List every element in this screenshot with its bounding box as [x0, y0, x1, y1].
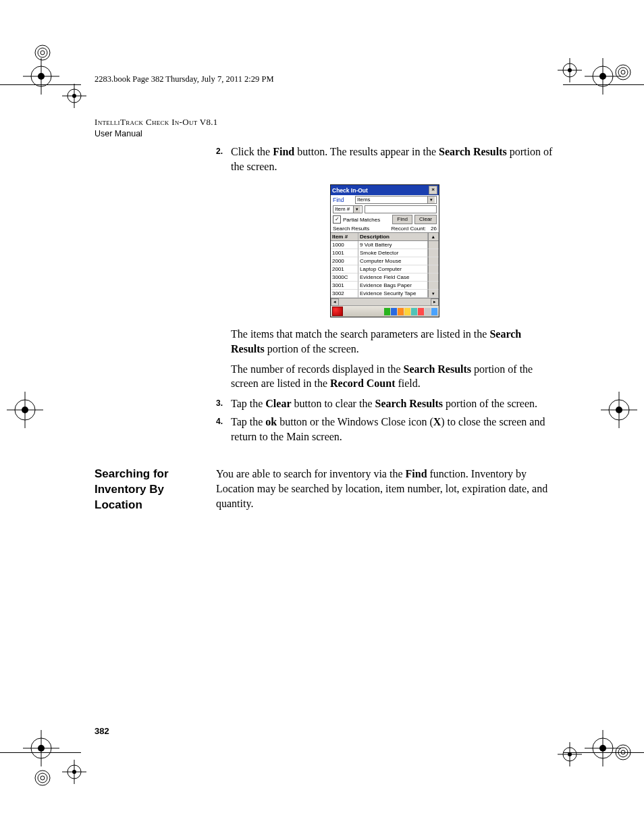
window-titlebar: Check In-Out × [331, 185, 439, 195]
cell-description: Evidence Bags Paper [358, 282, 428, 290]
cell-description: Laptop Computer [358, 265, 428, 273]
step-2-text: Click the Find button. The results appea… [231, 145, 554, 174]
instruction-list-upper: 2. Click the Find button. The results ap… [216, 145, 554, 174]
step-3: 3. Tap the Clear button to clear the Sea… [216, 396, 554, 411]
scroll-right-icon[interactable]: ▸ [431, 298, 439, 306]
close-icon[interactable]: × [429, 186, 437, 194]
system-tray [384, 308, 437, 315]
table-row[interactable]: 2001Laptop Computer [331, 265, 439, 273]
cell-item: 3001 [331, 282, 358, 290]
tray-icon[interactable] [425, 308, 431, 315]
scroll-left-icon[interactable]: ◂ [331, 298, 339, 306]
scroll-down-icon[interactable]: ▾ [428, 290, 439, 298]
cell-item: 3002 [331, 290, 358, 298]
table-row[interactable]: 3001Evidence Bags Paper [331, 282, 439, 290]
svg-point-39 [38, 773, 47, 783]
svg-point-21 [621, 70, 625, 74]
chevron-down-icon: ▾ [427, 197, 435, 203]
start-icon[interactable] [332, 307, 343, 316]
scrollbar-track[interactable] [428, 273, 439, 282]
scrollbar-track[interactable] [428, 249, 439, 257]
svg-point-40 [41, 776, 45, 780]
book-subtitle: User Manual [95, 128, 554, 139]
partial-matches-label: Partial Matches [343, 217, 390, 223]
chevron-down-icon: ▾ [353, 206, 360, 213]
find-label: Find [333, 197, 353, 203]
book-header: IntelliTrack Check In-Out V8.1 User Manu… [95, 117, 554, 139]
scrollbar-track[interactable] [428, 265, 439, 273]
scrollbar-track[interactable] [428, 241, 439, 249]
step-3-text: Tap the Clear button to clear the Search… [231, 396, 554, 411]
step-4-text: Tap the ok button or the Windows Close i… [231, 415, 554, 444]
tray-icon[interactable] [418, 308, 424, 315]
scroll-up-icon[interactable]: ▴ [428, 233, 439, 240]
crop-header: 2283.book Page 382 Thursday, July 7, 201… [95, 74, 554, 84]
tray-icon[interactable] [411, 308, 417, 315]
cell-item: 1001 [331, 249, 358, 257]
svg-point-9 [38, 48, 47, 57]
table-row[interactable]: 2000Computer Mouse [331, 257, 439, 265]
cell-item: 2000 [331, 257, 358, 265]
step-number: 3. [216, 396, 231, 411]
clear-button[interactable]: Clear [414, 215, 437, 224]
paragraph: The items that match the search paramete… [216, 327, 554, 356]
step-2: 2. Click the Find button. The results ap… [216, 145, 554, 174]
field-dropdown[interactable]: Item #▾ [333, 205, 363, 213]
grid-body: 10009 Volt Battery1001Smoke Detector2000… [331, 241, 439, 298]
tray-icon[interactable] [431, 308, 437, 315]
device-screenshot: Check In-Out × Find Items▾ Item #▾ [216, 184, 554, 317]
cell-item: 2001 [331, 265, 358, 273]
cell-description: 9 Volt Battery [358, 241, 428, 249]
col-item-header: Item # [331, 233, 358, 240]
find-dropdown[interactable]: Items▾ [355, 196, 437, 204]
table-row[interactable]: 3000CEvidence Field Case [331, 273, 439, 282]
partial-matches-checkbox[interactable]: ✓ [333, 215, 341, 224]
find-button[interactable]: Find [392, 215, 412, 224]
svg-point-19 [616, 65, 630, 80]
tray-icon[interactable] [398, 308, 404, 315]
record-count-label: Record Count: [392, 226, 427, 232]
book-title: IntelliTrack Check In-Out V8.1 [95, 117, 554, 128]
cell-item: 1000 [331, 241, 358, 249]
section-body: You are able to search for inventory via… [216, 467, 554, 511]
table-row[interactable]: 10009 Volt Battery [331, 241, 439, 249]
scrollbar-track[interactable] [428, 282, 439, 290]
scrollbar-track[interactable] [428, 257, 439, 265]
taskbar [331, 305, 439, 317]
step-number: 4. [216, 415, 231, 444]
window-title: Check In-Out [332, 187, 368, 194]
svg-point-8 [35, 45, 50, 60]
cell-description: Evidence Field Case [358, 273, 428, 282]
record-count-value: 26 [428, 226, 437, 232]
horizontal-scrollbar[interactable]: ◂ ▸ [331, 298, 439, 305]
grid-header: Item # Description ▴ [331, 232, 439, 241]
tray-icon[interactable] [384, 308, 390, 315]
svg-point-10 [41, 51, 45, 55]
cell-description: Evidence Security Tape [358, 290, 428, 298]
svg-point-20 [618, 68, 628, 77]
table-row[interactable]: 3002Evidence Security Tape▾ [331, 290, 439, 298]
section-heading: Searching for Inventory By Location [95, 467, 209, 513]
svg-point-38 [35, 771, 50, 785]
cell-description: Smoke Detector [358, 249, 428, 257]
search-input[interactable] [365, 205, 437, 213]
tray-icon[interactable] [404, 308, 410, 315]
col-desc-header: Description [358, 233, 428, 240]
page-content: 2283.book Page 382 Thursday, July 7, 201… [95, 74, 554, 516]
step-number: 2. [216, 145, 231, 174]
cell-item: 3000C [331, 273, 358, 282]
page-number: 382 [95, 726, 109, 736]
step-4: 4. Tap the ok button or the Windows Clos… [216, 415, 554, 444]
table-row[interactable]: 1001Smoke Detector [331, 249, 439, 257]
tray-icon[interactable] [391, 308, 397, 315]
instruction-list-lower: 3. Tap the Clear button to clear the Sea… [216, 396, 554, 444]
cell-description: Computer Mouse [358, 257, 428, 265]
search-results-label: Search Results [333, 226, 369, 232]
paragraph: The number of records displayed in the S… [216, 362, 554, 391]
